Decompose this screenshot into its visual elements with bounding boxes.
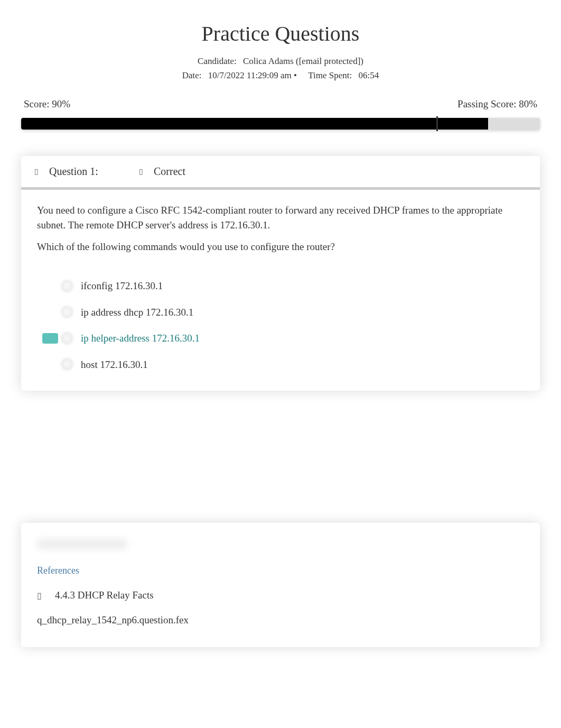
answer-text-correct: ip helper-address 172.16.30.1 — [81, 331, 200, 346]
question-number: Question 1: — [49, 165, 139, 178]
answer-option: ifconfig 172.16.30.1 — [42, 273, 524, 299]
answer-text: ifconfig 172.16.30.1 — [81, 279, 163, 293]
references-title: References — [37, 565, 524, 576]
answer-text: host 172.16.30.1 — [81, 357, 148, 372]
question-text: You need to configure a Cisco RFC 1542-c… — [37, 203, 524, 232]
time-spent-value: 06:54 — [359, 70, 379, 80]
candidate-value: Colica Adams ([email protected]) — [243, 56, 363, 66]
answer-indicator — [42, 359, 58, 370]
progress-fill — [21, 118, 488, 130]
answer-option: ip helper-address 172.16.30.1 — [42, 325, 524, 352]
candidate-label: Candidate: — [198, 54, 237, 68]
question-prompt: Which of the following commands would yo… — [37, 239, 524, 254]
reference-item[interactable]: ▯ 4.4.3 DHCP Relay Facts — [37, 589, 524, 601]
answer-text: ip address dhcp 172.16.30.1 — [81, 305, 193, 320]
page-title: Practice Questions — [21, 21, 540, 46]
answer-indicator-correct — [42, 333, 58, 344]
answer-option: ip address dhcp 172.16.30.1 — [42, 299, 524, 326]
meta-info: Candidate: Colica Adams ([email protecte… — [21, 54, 540, 82]
document-icon: ▯ — [37, 591, 42, 601]
reference-text: 4.4.3 DHCP Relay Facts — [55, 589, 154, 601]
score-label: Score: 90% — [24, 98, 70, 110]
reference-file: q_dhcp_relay_1542_np6.question.fex — [37, 614, 524, 626]
radio-icon[interactable] — [61, 358, 73, 370]
radio-icon[interactable] — [61, 280, 73, 292]
answer-indicator — [42, 281, 58, 291]
references-card: References ▯ 4.4.3 DHCP Relay Facts q_dh… — [21, 523, 540, 647]
radio-icon[interactable] — [61, 333, 73, 344]
question-status: Correct — [154, 165, 185, 178]
time-spent-label: Time Spent: — [308, 68, 352, 82]
progress-bar — [21, 118, 540, 130]
question-header: ▯ Question 1: ▯ Correct — [21, 156, 540, 190]
progress-marker — [436, 116, 438, 131]
status-icon: ▯ — [139, 167, 143, 176]
radio-icon[interactable] — [61, 306, 73, 318]
answers-list: ifconfig 172.16.30.1 ip address dhcp 172… — [42, 273, 524, 377]
date-label: Date: — [182, 68, 202, 82]
blurred-header — [37, 539, 127, 549]
blurred-content — [21, 401, 540, 507]
expand-icon[interactable]: ▯ — [34, 167, 39, 176]
date-value: 10/7/2022 11:29:09 am • — [208, 70, 297, 80]
question-card: ▯ Question 1: ▯ Correct You need to conf… — [21, 156, 540, 391]
passing-score-label: Passing Score: 80% — [457, 98, 537, 110]
answer-indicator — [42, 307, 58, 317]
answer-option: host 172.16.30.1 — [42, 352, 524, 378]
